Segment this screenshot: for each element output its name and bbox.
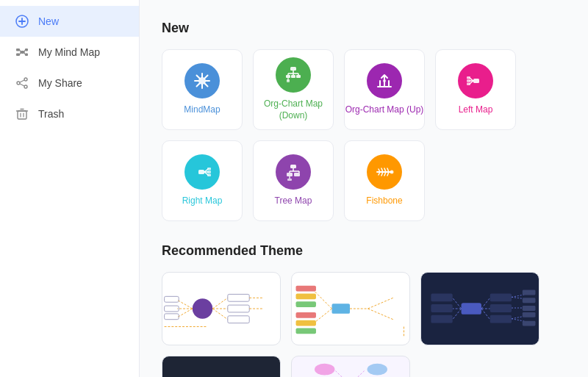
theme-card-1[interactable] [162, 272, 281, 345]
theme-card-5[interactable] [291, 356, 410, 377]
svg-point-149 [315, 364, 334, 376]
svg-rect-42 [287, 80, 290, 82]
svg-line-29 [205, 76, 208, 79]
main-content: New MindMap [140, 0, 588, 377]
svg-line-111 [481, 298, 490, 309]
new-section-title: New [162, 21, 566, 36]
org-chart-down-icon [276, 57, 311, 93]
svg-line-9 [20, 52, 21, 54]
svg-rect-70 [287, 179, 292, 181]
svg-rect-110 [462, 303, 481, 315]
svg-rect-59 [207, 168, 211, 170]
svg-rect-105 [296, 328, 316, 334]
tree-map-label: Tree Map [275, 195, 312, 207]
sidebar-item-new[interactable]: New [0, 6, 139, 37]
svg-rect-104 [296, 320, 316, 326]
svg-rect-4 [16, 54, 20, 57]
left-map-label: Left Map [459, 104, 493, 116]
sidebar-item-my-mind-map[interactable]: My Mind Map [0, 37, 139, 68]
svg-rect-68 [294, 173, 300, 176]
theme-card-3[interactable] [420, 272, 539, 345]
svg-line-10 [24, 50, 25, 52]
svg-rect-103 [296, 312, 316, 318]
svg-rect-37 [286, 75, 290, 78]
map-card-tree-map[interactable]: Tree Map [253, 140, 334, 221]
plus-icon [15, 15, 29, 28]
sidebar-item-label: Trash [38, 108, 64, 120]
org-chart-up-label: Org-Chart Map (Up) [345, 104, 424, 116]
svg-line-30 [197, 84, 200, 87]
svg-rect-31 [290, 67, 296, 71]
svg-rect-122 [523, 290, 536, 295]
svg-rect-39 [296, 75, 301, 78]
sidebar-item-label: New [38, 15, 59, 27]
fishbone-icon [367, 154, 402, 190]
svg-line-107 [368, 298, 393, 309]
svg-rect-38 [291, 75, 295, 78]
map-card-org-chart-down[interactable]: Org-Chart Map(Down) [253, 49, 334, 130]
svg-line-16 [20, 84, 24, 86]
recommended-section-title: Recommended Theme [162, 243, 566, 259]
svg-rect-7 [25, 54, 28, 57]
svg-rect-97 [332, 304, 351, 314]
svg-rect-130 [431, 293, 452, 301]
svg-line-150 [350, 371, 365, 377]
map-card-left-map[interactable]: Left Map [435, 49, 516, 130]
theme-card-4[interactable] [162, 356, 281, 377]
svg-point-14 [24, 85, 27, 88]
svg-rect-131 [431, 304, 452, 312]
svg-rect-132 [431, 315, 452, 323]
svg-rect-55 [198, 170, 204, 174]
map-card-mindmap[interactable]: MindMap [162, 49, 243, 130]
svg-rect-115 [490, 304, 512, 312]
map-type-grid: MindMap Org-Ch [162, 49, 566, 221]
svg-line-108 [368, 309, 393, 320]
svg-line-86 [212, 309, 228, 320]
svg-rect-125 [523, 312, 536, 317]
svg-rect-60 [207, 170, 211, 173]
svg-rect-62 [290, 165, 296, 168]
svg-rect-53 [467, 79, 470, 82]
map-icon [15, 46, 29, 59]
sidebar-item-trash[interactable]: Trash [0, 98, 139, 129]
svg-line-11 [24, 52, 25, 54]
svg-rect-126 [523, 321, 536, 326]
right-map-label: Right Map [182, 195, 223, 207]
sidebar-item-label: My Share [38, 77, 82, 89]
svg-line-129 [453, 309, 462, 320]
svg-line-27 [197, 76, 200, 79]
map-card-org-chart-up[interactable]: Org-Chart Map (Up) [344, 49, 425, 130]
svg-rect-54 [467, 83, 470, 86]
svg-rect-100 [296, 293, 316, 299]
share-icon [15, 76, 29, 90]
svg-point-47 [383, 79, 386, 82]
map-card-right-map[interactable]: Right Map [162, 140, 243, 221]
svg-line-102 [314, 309, 332, 323]
mindmap-label: MindMap [184, 104, 220, 116]
svg-rect-85 [228, 305, 249, 312]
svg-rect-83 [228, 294, 249, 301]
fishbone-label: Fishbone [366, 195, 402, 207]
svg-rect-5 [21, 51, 24, 54]
theme-card-2[interactable] [291, 272, 410, 345]
svg-rect-101 [296, 301, 316, 307]
svg-rect-95 [165, 314, 179, 320]
org-chart-down-label: Org-Chart Map(Down) [264, 98, 323, 121]
svg-rect-61 [207, 174, 211, 177]
theme-grid [162, 272, 566, 377]
sidebar-item-label: My Mind Map [38, 46, 100, 58]
svg-rect-99 [296, 286, 316, 292]
org-chart-up-icon [367, 63, 402, 98]
svg-rect-87 [228, 316, 249, 323]
svg-rect-17 [18, 111, 26, 119]
svg-line-8 [20, 50, 21, 52]
svg-rect-124 [523, 306, 536, 311]
sidebar-item-my-share[interactable]: My Share [0, 68, 139, 98]
svg-point-13 [17, 82, 20, 85]
svg-line-28 [205, 84, 208, 87]
tree-map-icon [276, 154, 311, 190]
svg-rect-116 [490, 315, 512, 323]
svg-line-148 [335, 371, 350, 377]
svg-line-94 [177, 309, 193, 317]
map-card-fishbone[interactable]: Fishbone [344, 140, 425, 221]
